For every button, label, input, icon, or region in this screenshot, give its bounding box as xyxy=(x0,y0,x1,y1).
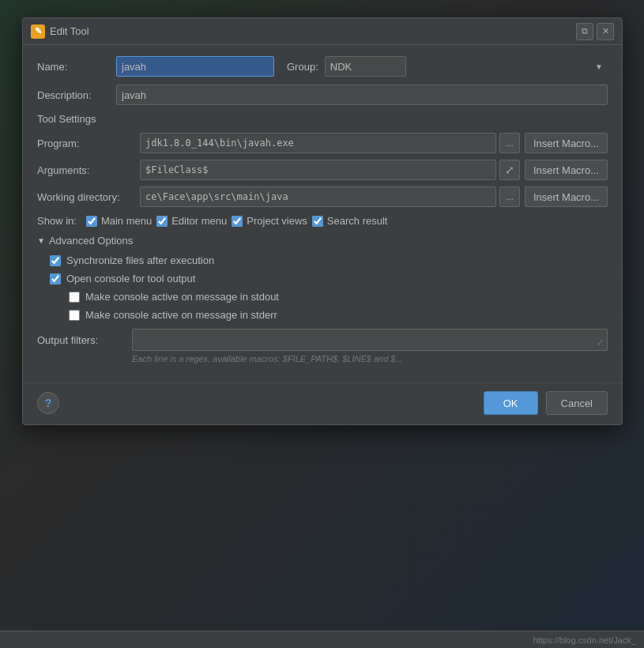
name-group-row: Name: Group: NDK External Tools Version … xyxy=(37,56,608,77)
arguments-label: Arguments: xyxy=(37,164,140,176)
status-bar: https://blog.csdn.net/Jack_ xyxy=(0,631,644,648)
sync-files-option: Synchronize files after execution xyxy=(50,254,608,266)
group-label: Group: xyxy=(287,61,318,73)
advanced-options-title: Advanced Options xyxy=(49,235,133,247)
dialog-titlebar: ✎ Edit Tool ⧉ ✕ xyxy=(23,18,622,45)
active-stderr-option: Make console active on message in stderr xyxy=(69,309,608,321)
group-select[interactable]: NDK External Tools Version Control xyxy=(325,56,406,77)
show-in-row: Show in: Main menu Editor menu Project v… xyxy=(37,215,608,227)
workdir-row: Working directory: ... Insert Macro... xyxy=(37,186,608,207)
program-row: Program: ... Insert Macro... xyxy=(37,133,608,153)
workdir-label: Working directory: xyxy=(37,191,140,203)
show-in-search-result[interactable]: Search result xyxy=(312,215,388,227)
show-in-editor-menu[interactable]: Editor menu xyxy=(156,215,227,227)
advanced-options-list: Synchronize files after execution Open c… xyxy=(50,254,608,321)
advanced-section: ▼ Advanced Options Synchronize files aft… xyxy=(37,235,608,364)
output-filters-input-wrapper: ⤢ xyxy=(132,329,608,351)
output-filters-input[interactable] xyxy=(132,329,608,351)
program-dots-button[interactable]: ... xyxy=(499,133,520,153)
arguments-expand-button[interactable]: ⤢ xyxy=(499,160,520,180)
description-row: Description: xyxy=(37,85,608,105)
sync-files-checkbox[interactable] xyxy=(50,255,61,266)
tool-settings-section: Program: ... Insert Macro... Arguments: … xyxy=(37,133,608,207)
edit-tool-dialog: ✎ Edit Tool ⧉ ✕ Name: Group: NDK Externa… xyxy=(22,17,623,425)
active-stderr-checkbox[interactable] xyxy=(69,310,80,321)
description-label: Description: xyxy=(37,89,116,101)
name-label: Name: xyxy=(37,61,116,73)
arguments-input[interactable] xyxy=(140,160,496,180)
main-menu-checkbox[interactable] xyxy=(86,216,97,227)
program-insert-macro-button[interactable]: Insert Macro... xyxy=(525,133,608,153)
dialog-title: Edit Tool xyxy=(50,25,573,37)
tool-settings-header: Tool Settings xyxy=(37,113,608,125)
restore-button[interactable]: ⧉ xyxy=(576,23,593,40)
name-input[interactable] xyxy=(116,56,274,77)
open-console-option: Open console for tool output xyxy=(50,273,608,284)
dialog-body: Name: Group: NDK External Tools Version … xyxy=(23,45,622,375)
program-label: Program: xyxy=(37,138,140,149)
active-stdout-checkbox[interactable] xyxy=(69,292,80,303)
program-input[interactable] xyxy=(140,133,496,153)
output-filters-row: Output filters: ⤢ xyxy=(37,329,608,351)
close-button[interactable]: ✕ xyxy=(597,23,614,40)
chevron-down-icon: ▼ xyxy=(595,62,603,71)
editor-menu-checkbox[interactable] xyxy=(156,216,168,227)
show-in-label: Show in: xyxy=(37,215,77,227)
group-select-wrapper: NDK External Tools Version Control ▼ xyxy=(325,56,608,77)
output-filters-label: Output filters: xyxy=(37,334,132,346)
workdir-insert-macro-button[interactable]: Insert Macro... xyxy=(525,186,608,207)
hint-text: Each line is a regex, available macros: … xyxy=(132,354,608,364)
ok-button[interactable]: OK xyxy=(484,391,538,415)
open-console-checkbox[interactable] xyxy=(50,273,61,284)
footer-buttons: OK Cancel xyxy=(484,391,608,415)
workdir-dots-button[interactable]: ... xyxy=(499,186,520,207)
status-url: https://blog.csdn.net/Jack_ xyxy=(533,635,636,645)
description-input[interactable] xyxy=(116,85,608,105)
active-stdout-option: Make console active on message in stdout xyxy=(69,291,608,303)
show-in-main-menu[interactable]: Main menu xyxy=(86,215,152,227)
dialog-footer: ? OK Cancel xyxy=(23,382,622,424)
project-views-checkbox[interactable] xyxy=(232,216,243,227)
collapse-arrow-icon: ▼ xyxy=(37,236,45,245)
help-button[interactable]: ? xyxy=(37,392,59,414)
cancel-button[interactable]: Cancel xyxy=(546,391,608,415)
show-in-project-views[interactable]: Project views xyxy=(232,215,307,227)
search-result-checkbox[interactable] xyxy=(312,216,323,227)
workdir-input[interactable] xyxy=(140,186,496,207)
advanced-options-header[interactable]: ▼ Advanced Options xyxy=(37,235,608,247)
arguments-insert-macro-button[interactable]: Insert Macro... xyxy=(525,160,608,180)
dialog-icon: ✎ xyxy=(31,24,45,39)
arguments-row: Arguments: ⤢ Insert Macro... xyxy=(37,160,608,180)
